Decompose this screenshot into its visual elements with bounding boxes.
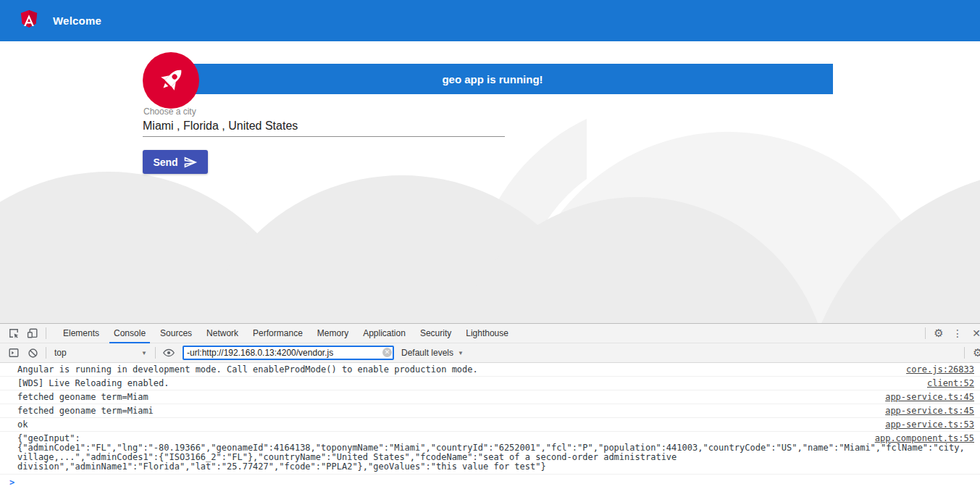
source-link[interactable]: app-service.ts:45: [885, 406, 974, 416]
device-toolbar-icon[interactable]: [23, 325, 42, 342]
console-toolbar-right: ⚙: [960, 344, 977, 361]
separator: [964, 347, 965, 359]
tab-application[interactable]: Application: [356, 324, 413, 343]
send-button-label: Send: [153, 156, 177, 168]
tab-network[interactable]: Network: [199, 324, 246, 343]
live-expression-eye-icon[interactable]: [159, 344, 178, 361]
city-field-label: Choose a city: [143, 106, 196, 117]
console-prompt[interactable]: >: [0, 475, 980, 487]
devtools-close-icon[interactable]: ✕: [967, 325, 980, 342]
separator: [925, 327, 926, 339]
separator: [46, 347, 46, 359]
execution-context-label: top: [54, 348, 67, 358]
send-button[interactable]: Send: [143, 150, 208, 174]
source-link[interactable]: core.js:26833: [906, 364, 974, 375]
city-input[interactable]: [143, 116, 505, 137]
separator: [46, 327, 46, 339]
console-sidebar-icon[interactable]: [4, 344, 23, 361]
console-filter-wrap: ✕: [183, 346, 394, 360]
tab-elements[interactable]: Elements: [56, 324, 106, 343]
source-link[interactable]: app-service.ts:53: [885, 419, 974, 430]
chevron-down-icon: ▼: [141, 350, 147, 356]
console-message-row: client:52[WDS] Live Reloading enabled.: [0, 377, 980, 390]
app-running-banner: geo app is running!: [152, 64, 833, 94]
browser-window: Welcome geo app is running! Choose a cit…: [0, 0, 980, 489]
console-message-text: [WDS] Live Reloading enabled.: [17, 378, 169, 388]
devtools-tabbar: ElementsConsoleSourcesNetworkPerformance…: [0, 324, 980, 343]
devtools-menu-icon[interactable]: ⋮: [948, 325, 967, 342]
source-link[interactable]: client:52: [927, 378, 974, 388]
devtools-tabbar-actions: ⚙ ⋮ ✕: [921, 325, 980, 342]
console-message-text: fetched geoname term=Miam: [17, 392, 148, 402]
console-filter-input[interactable]: [183, 346, 394, 360]
send-icon: [183, 155, 198, 170]
tab-console[interactable]: Console: [106, 324, 153, 343]
console-message-row: app-service.ts:45fetched geoname term=Mi…: [0, 404, 980, 418]
app-toolbar: Welcome: [0, 0, 980, 41]
tab-memory[interactable]: Memory: [310, 324, 356, 343]
console-message-text: ok: [17, 419, 28, 430]
devtools-settings-icon[interactable]: ⚙: [929, 325, 948, 342]
source-link[interactable]: app-service.ts:45: [885, 392, 974, 402]
console-settings-icon[interactable]: ⚙: [968, 344, 980, 361]
log-levels-label: Default levels: [401, 348, 453, 358]
app-content: geo app is running! Choose a city Send: [0, 41, 980, 323]
console-message-text: Angular is running in development mode. …: [17, 364, 478, 375]
tab-lighthouse[interactable]: Lighthouse: [458, 324, 516, 343]
execution-context-selector[interactable]: top ▼: [50, 348, 151, 358]
tab-performance[interactable]: Performance: [246, 324, 310, 343]
console-message-row: core.js:26833Angular is running in devel…: [0, 363, 980, 377]
tab-sources[interactable]: Sources: [153, 324, 199, 343]
angular-logo-icon: [18, 9, 40, 33]
console-message-text: {"geoInput": {"adminCode1":"FL","lng":"-…: [17, 433, 965, 472]
clear-console-icon[interactable]: [23, 344, 42, 361]
filter-clear-icon[interactable]: ✕: [382, 348, 392, 357]
prompt-chevron-icon: >: [9, 478, 14, 487]
separator: [155, 347, 156, 359]
tab-security[interactable]: Security: [413, 324, 458, 343]
log-levels-selector[interactable]: Default levels ▼: [401, 348, 464, 358]
devtools-panel: ElementsConsoleSourcesNetworkPerformance…: [0, 323, 980, 489]
devtools-tabs: ElementsConsoleSourcesNetworkPerformance…: [56, 324, 516, 343]
console-message-row: app-service.ts:45fetched geoname term=Mi…: [0, 390, 980, 404]
rocket-icon: [154, 64, 188, 97]
app-title: Welcome: [53, 14, 101, 27]
inspect-element-icon[interactable]: [4, 325, 23, 342]
console-message-row: app-service.ts:53ok: [0, 418, 980, 432]
chevron-down-icon: ▼: [458, 350, 464, 356]
console-message-text: fetched geoname term=Miami: [17, 406, 154, 416]
console-toolbar: top ▼ ✕ Default levels ▼ ⚙: [0, 343, 980, 363]
console-message-row: app.component.ts:55{"geoInput": {"adminC…: [0, 432, 980, 475]
rocket-badge: [143, 52, 199, 109]
console-messages: core.js:26833Angular is running in devel…: [0, 363, 980, 475]
